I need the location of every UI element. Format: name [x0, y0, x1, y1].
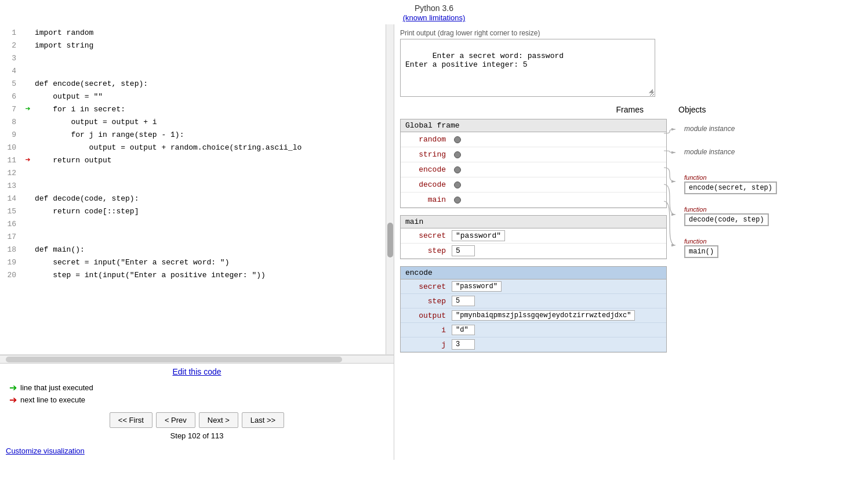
customize-container: Customize visualization	[0, 444, 394, 460]
frame-var-row: random	[401, 132, 666, 147]
next-button[interactable]: Next >	[199, 412, 238, 428]
object-item: functiondecode(code, step)	[684, 206, 769, 226]
main-layout: 1import random2import string345def encod…	[0, 24, 868, 460]
red-legend-label: next line to execute	[20, 395, 85, 404]
code-scroll[interactable]: 1import random2import string345def encod…	[0, 24, 394, 355]
code-line: 14def decode(code, step):	[0, 193, 394, 205]
line-number: 10	[0, 141, 21, 154]
frame-var-row: secret"password"	[401, 228, 666, 244]
line-number: 7	[0, 103, 21, 116]
frame-var-row: decode	[401, 177, 666, 193]
objects-wrapper: module instancemodule instancefunctionen…	[684, 119, 862, 270]
var-arrow-dot	[454, 166, 461, 173]
line-number: 19	[0, 256, 21, 269]
green-legend-label: line that just executed	[20, 383, 93, 392]
code-text: for i in secret:	[35, 103, 125, 116]
object-item: functionmain()	[684, 238, 718, 258]
nav-bar: << First < Prev Next > Last >>	[0, 408, 394, 430]
known-limitations-link[interactable]: (known limitations)	[403, 13, 466, 22]
line-number: 14	[0, 193, 21, 205]
print-output-box[interactable]: Enter a secret word: password Enter a po…	[400, 39, 655, 97]
red-arrow-icon: ➔	[9, 394, 17, 405]
objects-col-header: Objects	[667, 105, 862, 114]
code-text: import random	[35, 27, 93, 39]
code-text: def main():	[35, 244, 85, 256]
code-text: def decode(code, step):	[35, 193, 139, 205]
code-line: 7➔ for i in secret:	[0, 103, 394, 116]
visualization-area: Global frame randomstringencodedecodemai…	[400, 119, 862, 353]
code-line: 19 secret = input("Enter a secret word: …	[0, 256, 394, 269]
legend-green: ➔ line that just executed	[9, 382, 384, 393]
line-number: 8	[0, 116, 21, 129]
var-name: main	[405, 195, 452, 204]
code-line: 6 output = ""	[0, 90, 394, 103]
line-number: 15	[0, 205, 21, 218]
step-info: Step 102 of 113	[0, 430, 394, 444]
code-line: 16	[0, 218, 394, 231]
line-number: 16	[0, 218, 21, 231]
encode-var-value: 3	[452, 339, 475, 350]
frames-objects-headers: Frames Objects	[400, 105, 862, 114]
code-line: 3	[0, 52, 394, 65]
resize-handle-icon: ◢	[649, 86, 653, 95]
encode-var-value: "d"	[452, 325, 475, 335]
code-text: output = ""	[35, 90, 103, 103]
var-name: random	[405, 135, 452, 144]
line-number: 1	[0, 27, 21, 39]
print-output-label: Print output (drag lower right corner to…	[400, 29, 862, 37]
var-value: 5	[452, 245, 475, 256]
code-line: 4	[0, 65, 394, 78]
frame-var-row: string	[401, 147, 666, 162]
legend: ➔ line that just executed ➔ next line to…	[0, 380, 394, 408]
line-number: 18	[0, 244, 21, 256]
edit-code-link[interactable]: Edit this code	[172, 367, 221, 376]
frame-var-row: main	[401, 193, 666, 208]
line-number: 4	[0, 65, 21, 78]
code-line: 18def main():	[0, 244, 394, 256]
main-frame-box: main secret"password"step5	[400, 215, 667, 259]
object-item: module instance	[684, 148, 735, 157]
code-line: 13	[0, 180, 394, 193]
object-item: module instance	[684, 125, 735, 134]
code-text: output = output + i	[35, 116, 157, 129]
frames-col: Global frame randomstringencodedecodemai…	[400, 119, 667, 353]
encode-var-name: j	[405, 340, 452, 349]
prev-button[interactable]: < Prev	[156, 412, 195, 428]
last-button[interactable]: Last >>	[242, 412, 284, 428]
encode-var-row: step5	[401, 294, 666, 308]
var-name: encode	[405, 165, 452, 174]
hscroll-bar[interactable]	[0, 355, 394, 363]
line-number: 17	[0, 231, 21, 244]
green-arrow-icon: ➔	[9, 382, 17, 393]
print-output-content: Enter a secret word: password Enter a po…	[405, 52, 564, 69]
encode-var-name: output	[405, 311, 452, 320]
right-panel: Print output (drag lower right corner to…	[394, 24, 868, 460]
global-frame-vars: randomstringencodedecodemain	[401, 132, 666, 208]
encode-var-name: secret	[405, 282, 452, 291]
line-arrow: ➔	[21, 103, 35, 116]
vscroll-bar[interactable]	[386, 24, 394, 355]
line-number: 2	[0, 39, 21, 52]
customize-link[interactable]: Customize visualization	[6, 446, 85, 455]
line-number: 5	[0, 78, 21, 90]
encode-var-name: step	[405, 297, 452, 306]
edit-link-container: Edit this code	[0, 363, 394, 380]
var-arrow-dot	[454, 197, 461, 204]
first-button[interactable]: << First	[110, 412, 152, 428]
objects-col: module instancemodule instancefunctionen…	[667, 119, 862, 353]
var-name: decode	[405, 180, 452, 189]
code-text: output = output + random.choice(string.a…	[35, 141, 302, 154]
global-frame-title: Global frame	[401, 119, 666, 132]
encode-var-name: i	[405, 326, 452, 335]
line-number: 12	[0, 167, 21, 180]
encode-var-row: i"d"	[401, 323, 666, 337]
var-value: "password"	[452, 230, 505, 241]
code-line: 9 for j in range(step - 1):	[0, 129, 394, 141]
encode-frame-title: encode	[401, 267, 666, 279]
frames-col-header: Frames	[400, 105, 667, 114]
hscroll-thumb	[6, 357, 342, 362]
var-arrow-dot	[454, 136, 461, 143]
encode-var-row: output"pmynbaiqpmszjplssgqewjeydotzirrwz…	[401, 308, 666, 323]
var-name: secret	[405, 231, 452, 240]
vscroll-thumb	[387, 223, 393, 257]
